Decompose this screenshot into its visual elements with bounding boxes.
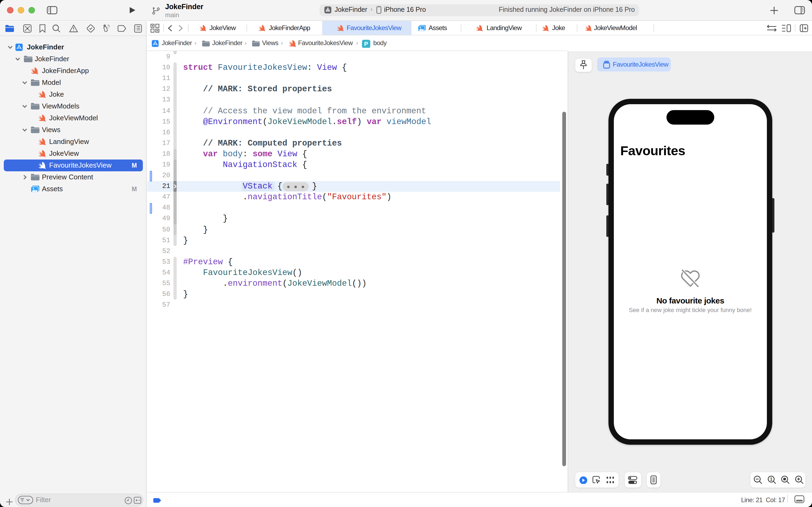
svg-text:1: 1 [769, 477, 772, 482]
svg-text:P: P [364, 40, 368, 47]
